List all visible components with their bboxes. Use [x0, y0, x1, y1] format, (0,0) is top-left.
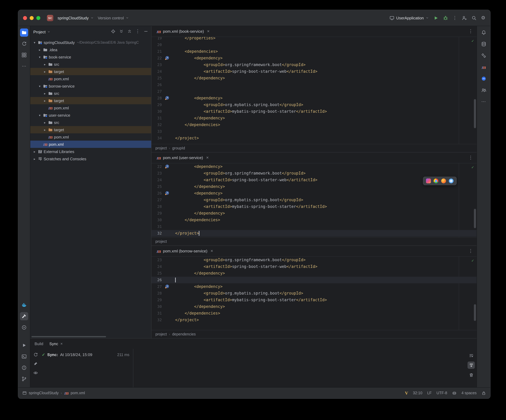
- breadcrumb-item-dependencies[interactable]: dependencies: [172, 332, 196, 336]
- search-everywhere-button[interactable]: [471, 15, 476, 20]
- code-line[interactable]: 23 <groupId>org.springframework.boot</gr…: [152, 257, 477, 263]
- tree-item-target[interactable]: ▸target: [30, 126, 151, 133]
- activity-item-maven[interactable]: m: [479, 63, 488, 71]
- activity-item-assistant[interactable]: [479, 74, 488, 83]
- editor-tab[interactable]: mpom.xml (book-service)✕: [155, 26, 211, 37]
- zoom-window-button[interactable]: [36, 16, 40, 20]
- tree-item-target[interactable]: ▸target: [30, 97, 151, 104]
- caret-position-widget[interactable]: 32:10: [413, 391, 422, 395]
- status-file-name[interactable]: pom.xml: [71, 391, 85, 395]
- code-line[interactable]: 34</project>: [152, 135, 477, 141]
- line-separator-widget[interactable]: LF: [427, 391, 432, 395]
- code-line[interactable]: 24 <artifactId>spring-boot-starter-web</…: [152, 263, 477, 270]
- code-line[interactable]: 33: [152, 128, 477, 135]
- code-line[interactable]: 26: [152, 277, 477, 283]
- chrome-browser-icon[interactable]: [433, 179, 439, 183]
- project-header-expand-all-button[interactable]: [119, 29, 124, 34]
- activity-item-git[interactable]: [20, 375, 28, 383]
- refresh-button[interactable]: [33, 353, 38, 358]
- code-line[interactable]: 22 <dependency>: [152, 163, 477, 170]
- code-line[interactable]: 30 <artifactId>mybatis-spring-boot-start…: [152, 108, 477, 115]
- sync-status-row[interactable]: ✓ Sync: At 10/18/24, 15:09 211 ms: [42, 353, 133, 357]
- run-button[interactable]: [433, 15, 438, 20]
- project-panel-title[interactable]: Project: [33, 30, 46, 34]
- code-line[interactable]: 19 </properties>: [152, 37, 477, 41]
- code-line[interactable]: 27: [152, 88, 477, 95]
- chevron-down-icon[interactable]: ▾: [37, 113, 42, 117]
- chevron-right-icon[interactable]: ▸: [42, 128, 47, 131]
- preview-button[interactable]: [33, 371, 38, 376]
- vertical-scrollbar[interactable]: [474, 99, 476, 128]
- code-line[interactable]: 26: [152, 81, 477, 88]
- code-area[interactable]: 22 <dependency>23 <groupId>org.springfra…: [152, 163, 477, 237]
- chevron-right-icon[interactable]: ▸: [42, 63, 47, 66]
- code-line[interactable]: 30 </dependency>: [152, 303, 477, 310]
- tree-item-pom-xml[interactable]: mpom.xml: [30, 133, 151, 141]
- project-header-locate-button[interactable]: [111, 29, 115, 34]
- vertical-scrollbar[interactable]: [474, 209, 476, 228]
- tree-item-springcloudstudy[interactable]: ▾springCloudStudy~/Desktop/CS/JavaEE/6 J…: [30, 39, 151, 46]
- code-with-me-button[interactable]: [462, 15, 467, 20]
- code-line[interactable]: 31 </dependencies>: [152, 310, 477, 317]
- close-icon[interactable]: ✕: [207, 29, 210, 33]
- code-line[interactable]: 23 <groupId>org.springframework.boot</gr…: [152, 61, 477, 68]
- code-area[interactable]: 19 </properties>2021 <dependencies>22 <d…: [152, 37, 477, 144]
- copilot-icon[interactable]: [452, 391, 457, 395]
- activity-item-database[interactable]: [479, 40, 488, 48]
- chevron-down-icon[interactable]: ▾: [37, 84, 42, 88]
- tree-item-scratches-and-consoles[interactable]: ▸Scratches and Consoles: [30, 155, 151, 162]
- horizontal-scrollbar[interactable]: [32, 336, 106, 337]
- pin-button[interactable]: [33, 361, 38, 367]
- code-line[interactable]: 20: [152, 41, 477, 48]
- inspection-ok-icon[interactable]: ✓: [472, 258, 474, 263]
- maven-dependency-icon[interactable]: [165, 191, 169, 195]
- chevron-right-icon[interactable]: ▸: [37, 48, 42, 51]
- tree-item-src[interactable]: ▸src: [30, 61, 151, 68]
- tree-item-src[interactable]: ▸src: [30, 119, 151, 126]
- code-line[interactable]: 29 </dependency>: [152, 210, 477, 217]
- activity-item-structure[interactable]: [20, 51, 28, 59]
- maven-dependency-icon[interactable]: [165, 164, 169, 169]
- activity-item-project[interactable]: [20, 28, 28, 37]
- activity-item-build-tool[interactable]: [479, 52, 488, 60]
- activity-item-terminal[interactable]: [20, 353, 28, 361]
- chevron-right-icon[interactable]: ▸: [42, 121, 47, 124]
- activity-item-services[interactable]: [20, 323, 28, 332]
- tree-item-book-service[interactable]: ▾book-service: [30, 53, 151, 61]
- breadcrumb-item-groupid[interactable]: groupId: [172, 146, 185, 150]
- code-line[interactable]: 25 </dependency>: [152, 75, 477, 81]
- code-line[interactable]: 22 <dependency>: [152, 55, 477, 61]
- tree-item-borrow-service[interactable]: ▾borrow-service: [30, 82, 151, 90]
- code-line[interactable]: 29 <artifactId>mybatis-spring-boot-start…: [152, 297, 477, 303]
- tree-item-src[interactable]: ▸src: [30, 90, 151, 97]
- tree-item-pom-xml[interactable]: mpom.xml: [30, 104, 151, 112]
- vim-mode-icon[interactable]: V: [405, 391, 408, 395]
- code-area[interactable]: 23 <groupId>org.springframework.boot</gr…: [152, 257, 477, 330]
- indent-widget[interactable]: 4 spaces: [461, 391, 477, 395]
- code-line[interactable]: 28 <dependency>: [152, 95, 477, 101]
- build-panel-tab-sync[interactable]: Sync✕: [49, 341, 63, 346]
- chevron-down-icon[interactable]: ▾: [37, 55, 42, 59]
- settings-button[interactable]: ⚙: [481, 15, 485, 20]
- maven-dependency-icon[interactable]: [165, 96, 169, 100]
- code-line[interactable]: 27 <dependency>: [152, 283, 477, 290]
- activity-item-more-h[interactable]: ⋯: [20, 62, 28, 70]
- editor-tab-more-button[interactable]: ⋮: [468, 155, 473, 160]
- firefox-browser-icon[interactable]: [441, 179, 446, 183]
- code-line[interactable]: 32 </dependencies>: [152, 121, 477, 128]
- tree-item-target[interactable]: ▸target: [30, 68, 151, 75]
- debug-button[interactable]: [443, 15, 448, 20]
- maven-dependency-icon[interactable]: [165, 56, 169, 60]
- editor-tab-more-button[interactable]: ⋮: [468, 249, 473, 253]
- code-line[interactable]: 32</project>: [152, 230, 477, 237]
- tree-item-external-libraries[interactable]: ▸External Libraries: [30, 148, 151, 155]
- run-config-selector[interactable]: UserApplication: [389, 15, 429, 20]
- safari-browser-icon[interactable]: [449, 179, 453, 183]
- chevron-right-icon[interactable]: ▸: [32, 150, 37, 153]
- code-line[interactable]: 29 <groupId>org.mybatis.spring.boot</gro…: [152, 101, 477, 108]
- code-line[interactable]: 27 <groupId>org.mybatis.spring.boot</gro…: [152, 197, 477, 203]
- lock-icon[interactable]: [481, 391, 486, 395]
- code-line[interactable]: 21 <dependencies>: [152, 48, 477, 55]
- breadcrumb-item-project[interactable]: project: [155, 332, 167, 336]
- soft-wrap-button[interactable]: [467, 352, 475, 359]
